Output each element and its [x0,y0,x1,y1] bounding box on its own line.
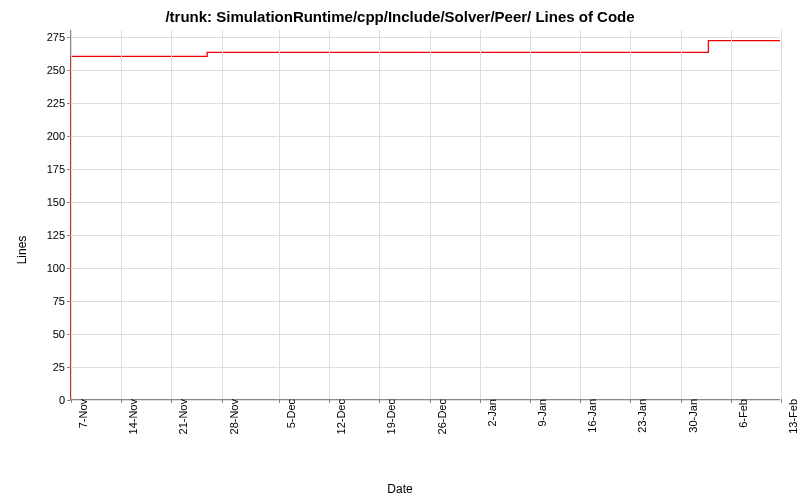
y-tick-label: 100 [47,262,71,274]
x-tick-label: 6-Feb [731,399,749,428]
grid-line-h [71,235,780,236]
y-tick-label: 25 [53,361,71,373]
grid-line-v [580,30,581,399]
grid-line-h [71,268,780,269]
y-tick-label: 75 [53,295,71,307]
grid-line-v [71,30,72,399]
plot-area: 02550751001251501752002252502757-Nov14-N… [70,30,780,400]
x-tick-label: 19-Dec [379,399,397,434]
y-tick-label: 250 [47,64,71,76]
grid-line-h [71,37,780,38]
y-tick-label: 0 [59,394,71,406]
grid-line-h [71,136,780,137]
y-tick-label: 125 [47,229,71,241]
grid-line-v [379,30,380,399]
grid-line-h [71,70,780,71]
chart-container: /trunk: SimulationRuntime/cpp/Include/So… [0,0,800,500]
grid-line-h [71,334,780,335]
grid-line-v [681,30,682,399]
y-tick-label: 175 [47,163,71,175]
grid-line-h [71,301,780,302]
grid-line-h [71,169,780,170]
x-axis-label: Date [387,482,412,496]
y-tick-label: 50 [53,328,71,340]
y-axis-label: Lines [15,236,29,265]
x-tick-label: 23-Jan [630,399,648,433]
grid-line-v [121,30,122,399]
grid-line-v [781,30,782,399]
x-tick-label: 5-Dec [279,399,297,428]
x-tick-label: 30-Jan [681,399,699,433]
x-tick-label: 7-Nov [71,399,89,428]
grid-line-v [480,30,481,399]
x-tick-label: 28-Nov [222,399,240,434]
grid-line-v [630,30,631,399]
grid-line-v [731,30,732,399]
y-tick-label: 225 [47,97,71,109]
y-tick-label: 200 [47,130,71,142]
grid-line-v [279,30,280,399]
grid-line-v [171,30,172,399]
grid-line-h [71,103,780,104]
grid-line-v [530,30,531,399]
grid-line-v [430,30,431,399]
x-tick-label: 14-Nov [121,399,139,434]
x-tick-label: 9-Jan [530,399,548,427]
line-series [71,30,780,399]
x-tick-label: 21-Nov [171,399,189,434]
x-tick-label: 16-Jan [580,399,598,433]
grid-line-v [222,30,223,399]
chart-title: /trunk: SimulationRuntime/cpp/Include/So… [0,0,800,25]
x-tick-label: 2-Jan [480,399,498,427]
x-tick-label: 12-Dec [329,399,347,434]
grid-line-v [329,30,330,399]
y-tick-label: 275 [47,31,71,43]
x-tick-label: 26-Dec [430,399,448,434]
y-tick-label: 150 [47,196,71,208]
grid-line-h [71,367,780,368]
x-tick-label: 13-Feb [781,399,799,434]
grid-line-h [71,202,780,203]
